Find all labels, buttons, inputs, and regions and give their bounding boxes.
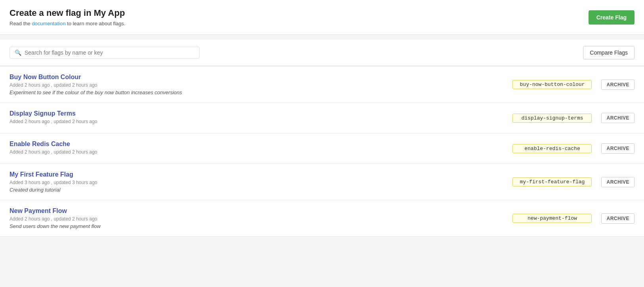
flag-key: my-first-feature-flag bbox=[513, 177, 592, 186]
archive-button[interactable]: ARCHIVE bbox=[601, 80, 634, 90]
flag-description: Experiment to see if the colour of the b… bbox=[10, 89, 513, 95]
flag-key: enable-redis-cache bbox=[513, 144, 592, 153]
flag-right: display-signup-terms ARCHIVE bbox=[513, 113, 634, 123]
flag-name[interactable]: My First Feature Flag bbox=[10, 171, 513, 178]
header-section: Create a new flag in My App Read the doc… bbox=[0, 0, 644, 35]
flag-right: buy-now-button-colour ARCHIVE bbox=[513, 80, 634, 90]
archive-button[interactable]: ARCHIVE bbox=[601, 113, 634, 123]
page-title: Create a new flag in My App bbox=[10, 8, 126, 18]
search-input[interactable] bbox=[25, 49, 194, 56]
search-icon: 🔍 bbox=[15, 49, 21, 56]
description-prefix: Read the bbox=[10, 21, 32, 27]
flag-name[interactable]: Enable Redis Cache bbox=[10, 141, 513, 148]
flag-key: display-signup-terms bbox=[513, 114, 592, 123]
flag-info: Enable Redis Cache Added 2 hours ago , u… bbox=[10, 141, 513, 156]
search-section: 🔍 Compare Flags bbox=[0, 40, 644, 66]
flag-item: Buy Now Button Colour Added 2 hours ago … bbox=[0, 66, 644, 103]
header-description: Read the documentation to learn more abo… bbox=[10, 21, 126, 27]
flag-item: My First Feature Flag Added 3 hours ago … bbox=[0, 164, 644, 200]
flag-item: New Payment Flow Added 2 hours ago , upd… bbox=[0, 200, 644, 237]
flag-right: enable-redis-cache ARCHIVE bbox=[513, 143, 634, 154]
flags-list: Buy Now Button Colour Added 2 hours ago … bbox=[0, 66, 644, 237]
flag-meta: Added 2 hours ago , updated 2 hours ago bbox=[10, 216, 513, 222]
flag-meta: Added 3 hours ago , updated 3 hours ago bbox=[10, 180, 513, 185]
flag-item: Enable Redis Cache Added 2 hours ago , u… bbox=[0, 133, 644, 164]
flag-name[interactable]: Display Signup Terms bbox=[10, 110, 513, 117]
flag-meta: Added 2 hours ago , updated 2 hours ago bbox=[10, 149, 513, 155]
documentation-link[interactable]: documentation bbox=[32, 21, 65, 27]
flag-key: new-payment-flow bbox=[513, 214, 592, 223]
archive-button[interactable]: ARCHIVE bbox=[601, 213, 634, 224]
flag-info: Display Signup Terms Added 2 hours ago ,… bbox=[10, 110, 513, 126]
flag-key: buy-now-button-colour bbox=[513, 80, 592, 89]
create-flag-button[interactable]: Create Flag bbox=[589, 10, 634, 25]
flag-meta: Added 2 hours ago , updated 2 hours ago bbox=[10, 82, 513, 88]
flag-meta: Added 2 hours ago , updated 2 hours ago bbox=[10, 119, 513, 124]
flag-description: Created during tutorial bbox=[10, 187, 513, 193]
flag-info: Buy Now Button Colour Added 2 hours ago … bbox=[10, 74, 513, 95]
archive-button[interactable]: ARCHIVE bbox=[601, 177, 634, 187]
description-suffix: to learn more about flags. bbox=[66, 21, 126, 27]
flag-info: New Payment Flow Added 2 hours ago , upd… bbox=[10, 207, 513, 229]
flag-description: Send users down the new payment flow bbox=[10, 223, 513, 229]
header-left: Create a new flag in My App Read the doc… bbox=[10, 8, 126, 27]
flag-item: Display Signup Terms Added 2 hours ago ,… bbox=[0, 103, 644, 133]
compare-flags-button[interactable]: Compare Flags bbox=[583, 46, 634, 59]
flag-info: My First Feature Flag Added 3 hours ago … bbox=[10, 171, 513, 193]
archive-button[interactable]: ARCHIVE bbox=[601, 143, 634, 154]
flag-right: new-payment-flow ARCHIVE bbox=[513, 213, 634, 224]
flag-right: my-first-feature-flag ARCHIVE bbox=[513, 177, 634, 187]
flag-name[interactable]: New Payment Flow bbox=[10, 207, 513, 215]
search-container: 🔍 bbox=[10, 47, 200, 59]
flag-name[interactable]: Buy Now Button Colour bbox=[10, 74, 513, 81]
